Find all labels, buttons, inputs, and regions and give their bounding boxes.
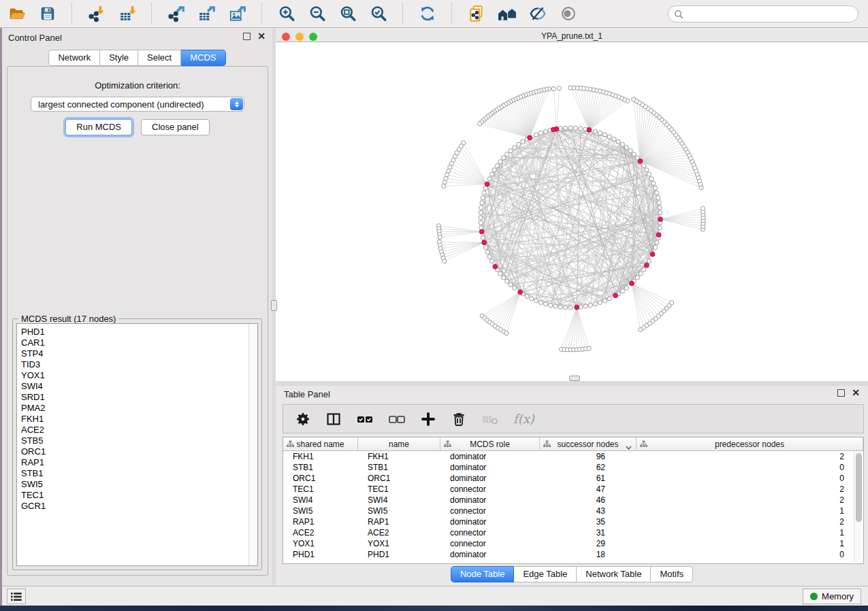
close-panel-icon[interactable]: ✕ xyxy=(257,33,266,40)
table-row[interactable]: FKH1FKH1dominator962 xyxy=(283,451,863,462)
cell-name[interactable]: SWI5 xyxy=(358,506,440,516)
column-header-predecessor-nodes[interactable]: predecessor nodes xyxy=(637,437,863,450)
close-table-panel-icon[interactable]: ✕ xyxy=(852,389,860,397)
cell-shared-name[interactable]: SWI4 xyxy=(283,495,358,506)
mcds-result-item[interactable]: STB5 xyxy=(17,435,257,446)
column-header-successor-nodes[interactable]: successor nodes xyxy=(540,437,637,450)
cell-mcds-role[interactable]: dominator xyxy=(440,549,540,560)
mcds-result-item[interactable]: SRD1 xyxy=(17,392,257,403)
table-tab-edge-table[interactable]: Edge Table xyxy=(514,566,577,582)
cell-successor-nodes[interactable]: 61 xyxy=(540,473,637,484)
import-table-button[interactable] xyxy=(116,3,138,24)
show-graphics-button[interactable] xyxy=(557,3,579,24)
cell-name[interactable]: TEC1 xyxy=(358,484,440,495)
cell-shared-name[interactable]: SWI5 xyxy=(283,506,358,516)
duplicate-network-button[interactable] xyxy=(465,3,487,24)
cell-mcds-role[interactable]: dominator xyxy=(440,451,540,462)
save-session-button[interactable] xyxy=(36,3,59,24)
cell-shared-name[interactable]: ACE2 xyxy=(283,527,358,538)
table-tab-motifs[interactable]: Motifs xyxy=(651,566,693,582)
mcds-result-item[interactable]: TID3 xyxy=(17,359,257,370)
table-tab-network-table[interactable]: Network Table xyxy=(577,566,651,582)
cell-shared-name[interactable]: STB1 xyxy=(283,462,358,473)
mcds-result-item[interactable]: GCR1 xyxy=(17,501,257,512)
mcds-result-item[interactable]: STB1 xyxy=(17,468,257,479)
float-table-panel-icon[interactable] xyxy=(837,389,845,397)
cell-successor-nodes[interactable]: 46 xyxy=(540,495,637,506)
table-row[interactable]: ORC1ORC1dominator610 xyxy=(283,473,863,484)
zoom-out-button[interactable] xyxy=(306,3,328,24)
mcds-result-item[interactable]: TEC1 xyxy=(17,490,257,501)
run-mcds-button[interactable]: Run MCDS xyxy=(65,119,132,135)
cell-successor-nodes[interactable]: 18 xyxy=(540,549,637,560)
horizontal-split-divider[interactable] xyxy=(276,381,868,386)
cell-predecessor-nodes[interactable]: 0 xyxy=(637,462,863,473)
cell-predecessor-nodes[interactable]: 2 xyxy=(637,516,863,527)
cell-shared-name[interactable]: YOX1 xyxy=(283,538,358,549)
table-row[interactable]: ACE2ACE2connector311 xyxy=(283,527,863,538)
search-box[interactable] xyxy=(668,5,858,22)
cell-predecessor-nodes[interactable]: 0 xyxy=(637,473,863,484)
cell-predecessor-nodes[interactable]: 1 xyxy=(637,527,863,538)
cell-name[interactable]: ACE2 xyxy=(358,527,440,538)
mcds-result-item[interactable]: PMA2 xyxy=(17,403,257,414)
table-row[interactable]: SWI4SWI4dominator462 xyxy=(283,495,863,506)
mcds-result-item[interactable]: ACE2 xyxy=(17,425,257,435)
cell-mcds-role[interactable]: dominator xyxy=(440,516,540,527)
mcds-result-item[interactable]: FKH1 xyxy=(17,414,257,425)
zoom-in-button[interactable] xyxy=(275,3,298,24)
mcds-result-item[interactable]: STP4 xyxy=(17,348,257,359)
cell-name[interactable]: SWI4 xyxy=(358,495,440,506)
column-header-shared-name[interactable]: shared name xyxy=(283,437,358,450)
cell-mcds-role[interactable]: connector xyxy=(440,484,540,495)
cell-mcds-role[interactable]: dominator xyxy=(440,473,540,484)
cell-name[interactable]: ORC1 xyxy=(358,473,440,484)
mcds-result-item[interactable]: ORC1 xyxy=(17,446,257,457)
cell-predecessor-nodes[interactable]: 0 xyxy=(637,549,863,560)
mcds-result-item[interactable]: RAP1 xyxy=(17,457,257,468)
cell-shared-name[interactable]: RAP1 xyxy=(283,516,358,527)
cell-successor-nodes[interactable]: 31 xyxy=(540,527,637,538)
memory-button[interactable]: Memory xyxy=(803,589,861,604)
table-row[interactable]: TEC1TEC1connector472 xyxy=(283,484,863,495)
zoom-selected-button[interactable] xyxy=(367,3,389,24)
horizontal-split-grip[interactable] xyxy=(569,376,580,381)
tab-network[interactable]: Network xyxy=(48,50,100,66)
mcds-result-item[interactable]: PHD1 xyxy=(17,327,257,337)
task-history-button[interactable] xyxy=(7,589,26,604)
mcds-result-item[interactable]: SWI5 xyxy=(17,479,257,490)
cell-shared-name[interactable]: FKH1 xyxy=(283,451,358,462)
cell-successor-nodes[interactable]: 47 xyxy=(540,484,637,495)
trash-button[interactable] xyxy=(451,411,467,427)
refresh-layout-button[interactable] xyxy=(416,3,438,24)
gear-button[interactable] xyxy=(295,411,311,427)
mcds-result-item[interactable]: CAR1 xyxy=(17,337,257,348)
table-scrollbar-thumb[interactable] xyxy=(856,453,862,522)
cell-mcds-role[interactable]: connector xyxy=(440,506,540,516)
table-row[interactable]: SWI5SWI5connector431 xyxy=(283,506,863,516)
cell-mcds-role[interactable]: connector xyxy=(440,538,540,549)
cell-predecessor-nodes[interactable]: 2 xyxy=(637,484,863,495)
minimize-window-icon[interactable] xyxy=(295,33,304,41)
tab-mcds[interactable]: MCDS xyxy=(181,50,225,66)
close-panel-button[interactable]: Close panel xyxy=(141,119,210,135)
mcds-result-item[interactable]: YOX1 xyxy=(17,370,257,381)
export-image-button[interactable] xyxy=(226,3,248,24)
cell-successor-nodes[interactable]: 96 xyxy=(540,451,637,462)
cell-name[interactable]: STB1 xyxy=(358,462,440,473)
table-scrollbar[interactable] xyxy=(854,452,863,563)
split-columns-button[interactable] xyxy=(325,411,342,427)
export-table-button[interactable] xyxy=(195,3,218,24)
hide-graphics-button[interactable] xyxy=(526,3,549,24)
add-button[interactable] xyxy=(420,411,436,427)
table-tab-node-table[interactable]: Node Table xyxy=(451,566,515,582)
cell-successor-nodes[interactable]: 62 xyxy=(540,462,637,473)
cell-successor-nodes[interactable]: 43 xyxy=(540,506,637,516)
tab-style[interactable]: Style xyxy=(100,50,138,66)
mcds-result-list[interactable]: PHD1CAR1STP4TID3YOX1SWI4SRD1PMA2FKH1ACE2… xyxy=(16,323,258,566)
maximize-window-icon[interactable] xyxy=(309,33,317,41)
close-window-icon[interactable] xyxy=(282,33,290,41)
column-header-mcds-role[interactable]: MCDS role xyxy=(440,437,540,450)
search-input[interactable] xyxy=(684,7,858,21)
cell-predecessor-nodes[interactable]: 1 xyxy=(637,538,863,549)
